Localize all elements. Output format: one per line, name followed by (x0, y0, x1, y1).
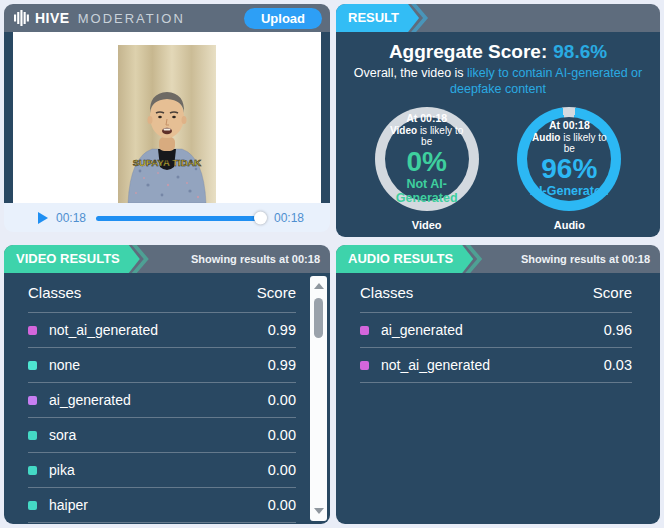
class-bullet-icon (28, 396, 37, 405)
table-row: none 0.99 (28, 348, 296, 383)
progress-bar[interactable] (96, 216, 264, 221)
class-bullet-icon (28, 361, 37, 370)
table-row: not_ai_generated 0.03 (360, 348, 632, 383)
audio-results-panel: AUDIO RESULTS Showing results at 00:18 C… (336, 245, 660, 524)
class-score: 0.00 (268, 497, 296, 513)
score-column-header: Score (257, 284, 296, 301)
hive-bars-icon (14, 10, 29, 26)
gauge-timestamp: At 00:18 (549, 119, 590, 131)
gauge-status: Not AI-Generated (385, 177, 469, 205)
gauges-row: At 00:18 Video is likely to be 0% Not AI… (336, 107, 660, 231)
aggregate-score-value: 98.6% (553, 41, 607, 62)
class-bullet-icon (28, 466, 37, 475)
video-player-panel: HIVE MODERATION Upload (4, 4, 330, 232)
current-time: 00:18 (56, 211, 86, 225)
audio-results-tag: AUDIO RESULTS (336, 245, 473, 273)
video-gauge: At 00:18 Video is likely to be 0% Not AI… (375, 107, 479, 231)
class-bullet-icon (28, 431, 37, 440)
audio-gauge: At 00:18 Audio is likely to be 96% AI-Ge… (517, 107, 621, 231)
upload-button[interactable]: Upload (244, 8, 322, 29)
table-row: ai_generated 0.00 (28, 383, 296, 418)
gauge-label: Video (412, 219, 442, 231)
table-row: ai_generated 0.96 (360, 313, 632, 348)
video-results-tag: VIDEO RESULTS (4, 245, 140, 273)
video-caption-text: SUPAYA TIDAK (133, 157, 202, 168)
gauge-percent: 96% (541, 154, 597, 185)
class-label: sora (49, 427, 268, 443)
video-gauge-ring: At 00:18 Video is likely to be 0% Not AI… (375, 107, 479, 211)
brand-name: HIVE (35, 10, 70, 26)
scrollbar[interactable] (310, 276, 327, 521)
result-header: RESULT (336, 4, 660, 32)
class-label: ai_generated (49, 392, 268, 408)
gauge-label: Audio (554, 219, 585, 231)
hive-moderation-logo: HIVE MODERATION (14, 10, 185, 26)
aggregate-score: Aggregate Score:98.6% (336, 41, 660, 63)
video-results-table: Classes Score not_ai_generated 0.99 none… (4, 273, 330, 523)
gauge-timestamp: At 00:18 (406, 112, 447, 124)
player-stage: SUPAYA TIDAK (4, 32, 330, 203)
video-results-body: Classes Score not_ai_generated 0.99 none… (4, 273, 330, 524)
class-label: ai_generated (381, 322, 604, 338)
player-header: HIVE MODERATION Upload (4, 4, 330, 32)
class-label: not_ai_generated (49, 322, 268, 338)
result-body: Aggregate Score:98.6% Overall, the video… (336, 32, 660, 237)
classes-column-header: Classes (28, 284, 81, 301)
audio-results-table: Classes Score ai_generated 0.96 not_ai_g… (336, 273, 660, 383)
class-label: pika (49, 462, 268, 478)
class-label: haiper (49, 497, 268, 513)
player-controls: 00:18 00:18 (4, 203, 330, 232)
play-icon[interactable] (38, 212, 48, 224)
video-frame: SUPAYA TIDAK (118, 45, 216, 203)
video-results-panel: VIDEO RESULTS Showing results at 00:18 C… (4, 245, 330, 524)
audio-results-header: AUDIO RESULTS Showing results at 00:18 (336, 245, 660, 273)
video-results-header: VIDEO RESULTS Showing results at 00:18 (4, 245, 330, 273)
gauge-status: AI-Generated (530, 184, 609, 198)
brand-suffix: MODERATION (78, 11, 185, 26)
class-label: none (49, 357, 268, 373)
scrollbar-thumb[interactable] (314, 298, 323, 338)
showing-results-label: Showing results at 00:18 (191, 253, 330, 265)
table-header-row: Classes Score (360, 273, 632, 313)
class-score: 0.00 (268, 427, 296, 443)
audio-results-body: Classes Score ai_generated 0.96 not_ai_g… (336, 273, 660, 524)
result-panel: RESULT Aggregate Score:98.6% Overall, th… (336, 4, 660, 237)
score-column-header: Score (593, 284, 632, 301)
audio-gauge-ring: At 00:18 Audio is likely to be 96% AI-Ge… (517, 107, 621, 211)
audio-gauge-inner: At 00:18 Audio is likely to be 96% AI-Ge… (527, 117, 611, 201)
class-score: 0.03 (604, 357, 632, 373)
class-bullet-icon (28, 501, 37, 510)
gauge-percent: 0% (406, 147, 446, 178)
audio-results-rows: ai_generated 0.96 not_ai_generated 0.03 (360, 313, 632, 383)
summary-prefix: Overall, the video is (354, 66, 467, 80)
class-score: 0.00 (268, 462, 296, 478)
classes-column-header: Classes (360, 284, 413, 301)
table-row: haiper 0.00 (28, 488, 296, 523)
class-bullet-icon (360, 361, 369, 370)
table-header-row: Classes Score (28, 273, 296, 313)
scroll-down-icon[interactable] (314, 508, 324, 514)
table-row: sora 0.00 (28, 418, 296, 453)
class-score: 0.99 (268, 322, 296, 338)
total-time: 00:18 (274, 211, 304, 225)
class-score: 0.99 (268, 357, 296, 373)
video-gauge-inner: At 00:18 Video is likely to be 0% Not AI… (385, 117, 469, 201)
progress-knob[interactable] (254, 212, 267, 225)
result-summary: Overall, the video is likely to contain … (347, 65, 649, 98)
class-bullet-icon (28, 326, 37, 335)
video-viewport[interactable]: SUPAYA TIDAK (13, 32, 321, 203)
class-score: 0.00 (268, 392, 296, 408)
class-bullet-icon (360, 326, 369, 335)
aggregate-score-label: Aggregate Score: (389, 41, 547, 62)
class-label: not_ai_generated (381, 357, 604, 373)
table-row: not_ai_generated 0.99 (28, 313, 296, 348)
class-score: 0.96 (604, 322, 632, 338)
showing-results-label: Showing results at 00:18 (521, 253, 660, 265)
result-tag: RESULT (336, 4, 419, 32)
gauge-likely-text: Video is likely to be (385, 125, 469, 147)
scroll-up-icon[interactable] (314, 283, 324, 289)
table-row: pika 0.00 (28, 453, 296, 488)
video-results-rows: not_ai_generated 0.99 none 0.99 ai_gener… (28, 313, 296, 523)
summary-highlight: likely to contain AI-generated or deepfa… (450, 66, 646, 96)
gauge-likely-text: Audio is likely to be (527, 132, 611, 154)
